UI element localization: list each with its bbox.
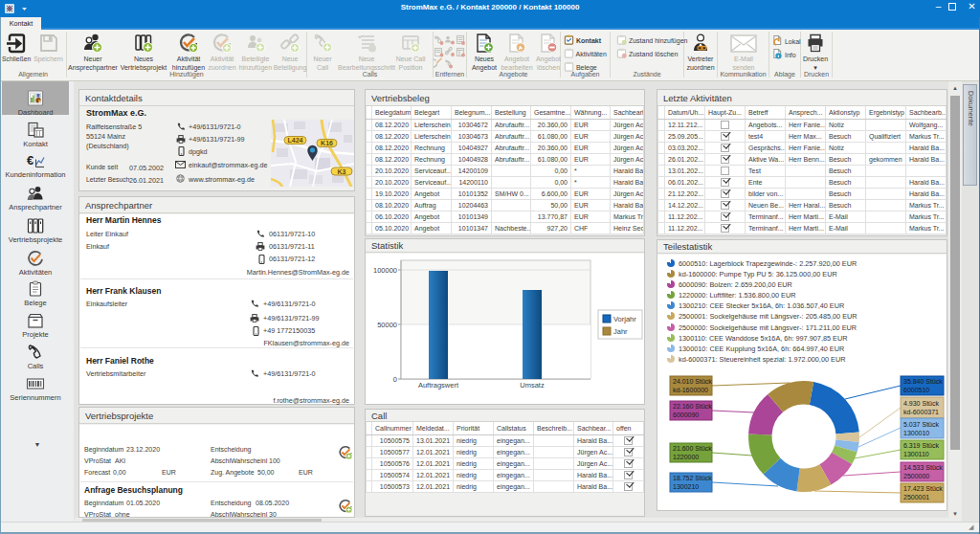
svg-text:kd-1600000: kd-1600000 [673,387,708,393]
svg-text:Auftragswert: Auftragswert [418,381,459,389]
svg-text:24.010 Stück: 24.010 Stück [673,378,712,385]
svg-text:22.160 Stück: 22.160 Stück [673,403,712,410]
svg-text:€: € [27,153,33,167]
svg-text:L424: L424 [288,137,303,144]
svg-text:2500001: 2500001 [903,494,929,501]
svg-text:K16: K16 [321,140,333,146]
svg-text:6000510: 6000510 [903,387,929,393]
svg-text:35.840 Stück: 35.840 Stück [903,378,943,385]
svg-text:14.533 Stück: 14.533 Stück [903,464,943,471]
svg-text:5.037 Stück: 5.037 Stück [903,421,939,428]
svg-text:1300110: 1300110 [903,451,929,457]
svg-text:1220000: 1220000 [673,454,699,460]
svg-text:Jahr: Jahr [613,327,628,336]
svg-text:0: 0 [393,375,397,384]
svg-text:1300010: 1300010 [903,430,929,436]
svg-text:6000090: 6000090 [673,412,699,418]
svg-text:Vorjahr: Vorjahr [613,315,636,323]
svg-text:kd-6000371: kd-6000371 [903,409,939,415]
svg-text:21.600 Stück: 21.600 Stück [673,445,712,452]
svg-text:Umsatz: Umsatz [520,381,545,389]
svg-text:18.752 Stück: 18.752 Stück [673,475,712,481]
svg-text:4.930 Stück: 4.930 Stück [903,400,939,407]
svg-text:17.423 Stück: 17.423 Stück [903,485,943,492]
svg-text:K3: K3 [338,168,346,175]
svg-text:100000: 100000 [373,266,397,275]
svg-text:2500000: 2500000 [903,473,929,479]
svg-text:6.319 Stück: 6.319 Stück [903,442,939,449]
svg-text:50000: 50000 [377,321,397,329]
svg-text:1300210: 1300210 [673,483,699,490]
